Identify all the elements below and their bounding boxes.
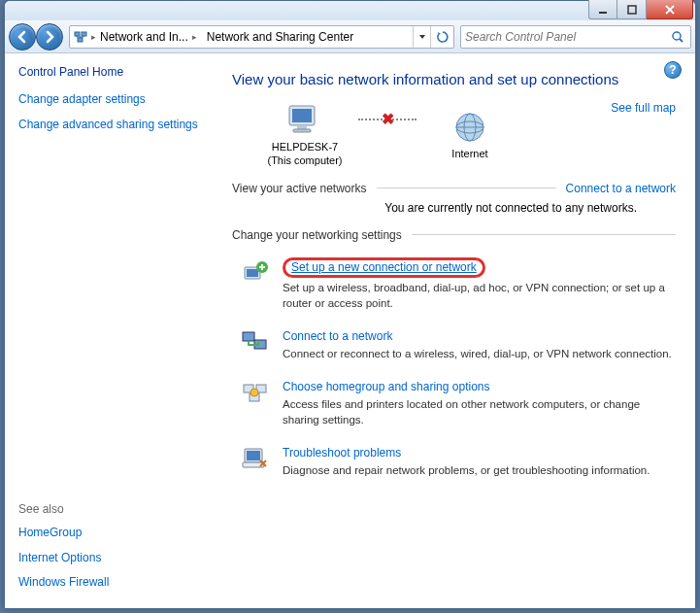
divider bbox=[412, 234, 676, 235]
setting-item-new-connection: Set up a new connection or network Set u… bbox=[240, 257, 676, 311]
minimize-button[interactable] bbox=[588, 0, 617, 19]
breadcrumb-item-2[interactable]: Network and Sharing Center bbox=[203, 26, 359, 48]
setting-desc: Set up a wireless, broadband, dial-up, a… bbox=[283, 280, 676, 311]
search-input[interactable] bbox=[465, 30, 669, 44]
setting-desc: Diagnose and repair network problems, or… bbox=[283, 462, 650, 478]
svg-point-5 bbox=[673, 32, 681, 40]
globe-icon bbox=[452, 108, 487, 147]
control-panel-home-link[interactable]: Control Panel Home bbox=[18, 65, 205, 79]
svg-rect-24 bbox=[247, 451, 260, 460]
setting-desc: Access files and printers located on oth… bbox=[283, 396, 676, 427]
svg-rect-2 bbox=[75, 32, 80, 36]
page-title: View your basic network information and … bbox=[232, 71, 676, 87]
node-label: Internet bbox=[451, 147, 487, 160]
no-connection-text: You are currently not connected to any n… bbox=[232, 201, 676, 215]
sidebar-link-internet-options[interactable]: Internet Options bbox=[18, 551, 205, 566]
forward-button[interactable] bbox=[36, 23, 63, 51]
main-panel: ? View your basic network information an… bbox=[213, 53, 695, 608]
network-icon bbox=[70, 26, 91, 48]
svg-rect-9 bbox=[293, 129, 311, 132]
sidebar-link-windows-firewall[interactable]: Windows Firewall bbox=[18, 575, 205, 591]
refresh-button[interactable] bbox=[430, 26, 453, 48]
svg-rect-3 bbox=[82, 32, 86, 36]
svg-rect-15 bbox=[247, 269, 258, 277]
breadcrumb-label: Network and In... bbox=[100, 30, 188, 44]
connect-network-icon bbox=[240, 326, 271, 358]
sidebar-link-adapter-settings[interactable]: Change adapter settings bbox=[18, 92, 205, 108]
change-settings-label: Change your networking settings bbox=[232, 228, 402, 242]
search-icon[interactable] bbox=[669, 30, 686, 44]
svg-rect-0 bbox=[599, 12, 607, 14]
breadcrumb-label: Network and Sharing Center bbox=[207, 30, 353, 44]
svg-point-22 bbox=[250, 389, 258, 396]
help-icon[interactable]: ? bbox=[664, 61, 682, 79]
close-button[interactable] bbox=[647, 0, 693, 19]
setting-item-homegroup: Choose homegroup and sharing options Acc… bbox=[240, 377, 676, 427]
sidebar: Control Panel Home Change adapter settin… bbox=[5, 53, 213, 608]
see-also-label: See also bbox=[18, 502, 205, 516]
network-node-computer: HELPDESK-7(This computer) bbox=[251, 101, 358, 168]
setting-item-connect-network: Connect to a network Connect or reconnec… bbox=[240, 326, 676, 361]
breadcrumb-item-1[interactable]: Network and In... ▸ bbox=[96, 26, 203, 48]
window: ▸ Network and In... ▸ Network and Sharin… bbox=[4, 0, 696, 609]
troubleshoot-link[interactable]: Troubleshoot problems bbox=[283, 446, 401, 460]
search-box[interactable] bbox=[460, 25, 691, 49]
breadcrumb-dropdown[interactable] bbox=[413, 26, 430, 48]
svg-rect-1 bbox=[628, 6, 636, 14]
svg-rect-7 bbox=[292, 109, 312, 122]
sidebar-link-advanced-sharing[interactable]: Change advanced sharing settings bbox=[18, 118, 205, 133]
svg-rect-8 bbox=[297, 125, 307, 129]
svg-rect-4 bbox=[78, 38, 83, 42]
connect-to-network-link[interactable]: Connect to a network bbox=[566, 182, 676, 195]
toolbar: ▸ Network and In... ▸ Network and Sharin… bbox=[5, 20, 695, 53]
setting-item-troubleshoot: Troubleshoot problems Diagnose and repai… bbox=[240, 443, 676, 478]
breadcrumb[interactable]: ▸ Network and In... ▸ Network and Sharin… bbox=[69, 25, 454, 49]
setting-desc: Connect or reconnect to a wireless, wire… bbox=[283, 346, 672, 361]
homegroup-options-link[interactable]: Choose homegroup and sharing options bbox=[283, 380, 489, 393]
computer-icon bbox=[283, 101, 326, 140]
sidebar-link-homegroup[interactable]: HomeGroup bbox=[18, 526, 205, 541]
homegroup-icon bbox=[240, 377, 271, 408]
connection-line: ✖ bbox=[358, 118, 417, 119]
maximize-button[interactable] bbox=[617, 0, 647, 19]
connection-failed-icon: ✖ bbox=[382, 110, 394, 128]
node-label: HELPDESK-7(This computer) bbox=[267, 140, 342, 168]
back-button[interactable] bbox=[9, 23, 36, 51]
titlebar[interactable] bbox=[5, 1, 695, 20]
chevron-right-icon: ▸ bbox=[192, 32, 197, 42]
divider bbox=[377, 187, 556, 188]
connect-network-link[interactable]: Connect to a network bbox=[283, 329, 392, 343]
svg-rect-17 bbox=[243, 332, 254, 341]
active-networks-label: View your active networks bbox=[232, 182, 367, 195]
network-node-internet: Internet bbox=[417, 108, 523, 160]
troubleshoot-icon bbox=[240, 443, 271, 474]
content-area: Control Panel Home Change adapter settin… bbox=[5, 53, 695, 608]
new-connection-icon bbox=[240, 257, 271, 289]
network-map: HELPDESK-7(This computer) ✖ Internet bbox=[232, 101, 676, 168]
setup-new-connection-link[interactable]: Set up a new connection or network bbox=[283, 257, 485, 278]
